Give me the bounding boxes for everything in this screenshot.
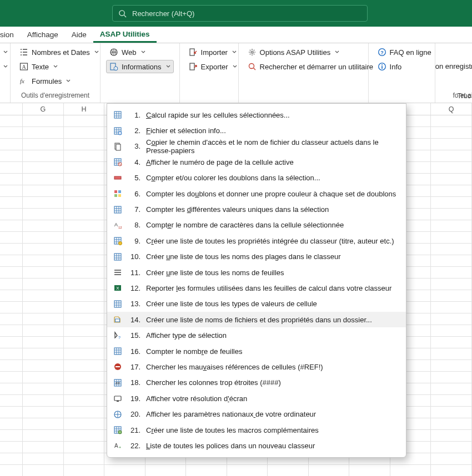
options-asap-button[interactable]: Options ASAP Utilities xyxy=(244,45,363,59)
menu-item[interactable]: A+22.Liste de toutes les polices dans un… xyxy=(107,438,406,453)
menu-item-icon: ? xyxy=(113,331,123,341)
text-button[interactable]: A Texte xyxy=(16,60,94,73)
title-bar: Rechercher (Alt+Q) xyxy=(0,0,472,27)
exporter-button[interactable]: Exporter xyxy=(185,60,233,73)
tab-aide[interactable]: Aide xyxy=(65,27,93,43)
menu-item-number: 3. xyxy=(128,142,140,150)
search-utility-button[interactable]: Rechercher et démarrer un utilitaire xyxy=(244,60,363,73)
menu-item-label: Compter les différentes valeurs uniques … xyxy=(146,205,398,214)
menu-item[interactable]: 9.Créer une liste de toutes les propriét… xyxy=(107,233,406,249)
menu-item-label: Créer une liste de tous les noms des pla… xyxy=(146,252,398,261)
menu-item[interactable]: 6.Compter les doublons et donner une pro… xyxy=(107,186,406,201)
search-box[interactable]: Rechercher (Alt+Q) xyxy=(112,5,368,22)
menu-item-label: Afficher le numéro de page de la cellule… xyxy=(146,158,398,166)
ribbon-group-options: Options ASAP Utilities Rechercher et dém… xyxy=(239,43,369,103)
chevron-down-icon xyxy=(335,50,339,54)
menu-item-icon xyxy=(113,409,123,419)
svg-rect-9 xyxy=(190,49,194,55)
menu-item-icon xyxy=(113,236,123,246)
edge-dropdown-2[interactable] xyxy=(1,60,9,73)
svg-rect-19 xyxy=(114,112,121,118)
menu-item[interactable]: 4.Afficher le numéro de page de la cellu… xyxy=(107,154,406,170)
chevron-down-icon xyxy=(53,64,58,69)
menu-item-label: Afficher votre résolution d'écran xyxy=(146,394,398,403)
menu-item-label: Reporter les formules utilisées dans les… xyxy=(146,284,398,292)
tab-asap-utilities[interactable]: ASAP Utilities xyxy=(93,27,157,43)
menu-item-number: 8. xyxy=(128,221,140,229)
svg-rect-42 xyxy=(116,319,120,322)
svg-point-0 xyxy=(119,10,124,15)
menu-item-number: 14. xyxy=(128,316,140,324)
info-button[interactable]: Info xyxy=(374,60,435,73)
svg-rect-24 xyxy=(116,144,120,150)
menu-item[interactable]: 1.Calcul rapide sur les cellules sélecti… xyxy=(107,107,406,123)
svg-rect-38 xyxy=(114,254,121,260)
menu-item[interactable]: ?15.Afficher type de sélection xyxy=(107,327,406,343)
fx-icon: fx xyxy=(19,77,28,85)
svg-rect-10 xyxy=(190,63,194,70)
menu-item[interactable]: 21.Créer une liste de toutes les macros … xyxy=(107,422,406,438)
svg-text:##: ## xyxy=(116,381,120,385)
menu-item[interactable]: 10.Créer une liste de tous les noms des … xyxy=(107,249,406,265)
question-icon: ? xyxy=(378,48,386,57)
svg-rect-28 xyxy=(114,176,121,179)
menu-item[interactable]: 17.Chercher les mauvaises références de … xyxy=(107,359,406,374)
menu-item[interactable]: 20.Afficher les paramètres nationaux de … xyxy=(107,406,406,422)
menu-item-label: Chercher les mauvaises références de cel… xyxy=(146,363,398,371)
menu-item-number: 22. xyxy=(128,442,140,450)
text-icon: A xyxy=(19,62,28,71)
menu-item-number: 12. xyxy=(128,284,140,292)
menu-item[interactable]: i2.Fichier et sélection info... xyxy=(107,123,406,138)
menu-item[interactable]: A128.Compter le nombre de caractères dan… xyxy=(107,217,406,233)
formulas-button[interactable]: fx Formules xyxy=(16,74,94,88)
menu-item[interactable]: 13.Créer une liste de tous les types de … xyxy=(107,296,406,312)
svg-rect-49 xyxy=(114,396,121,401)
menu-item-label: Calcul rapide sur les cellules sélection… xyxy=(146,111,398,119)
menu-item[interactable]: ##18.Chercher les colonnes trop étroites… xyxy=(107,375,406,391)
informations-button[interactable]: i Informations xyxy=(106,60,174,73)
tab-affichage[interactable]: Affichage xyxy=(21,27,65,43)
svg-point-12 xyxy=(249,64,254,69)
menu-item-icon: X xyxy=(113,283,123,293)
svg-point-37 xyxy=(119,242,122,245)
menu-item[interactable]: X12.Reporter les formules utilisées dans… xyxy=(107,280,406,296)
menu-item-number: 15. xyxy=(128,331,140,340)
tab-revision-cut[interactable]: sion xyxy=(0,27,21,43)
svg-text:i: i xyxy=(116,67,116,70)
faq-button[interactable]: ? FAQ en ligne xyxy=(374,45,435,59)
web-button[interactable]: Web xyxy=(106,45,174,59)
importer-button[interactable]: Importer xyxy=(185,45,233,59)
chevron-down-icon xyxy=(166,64,170,69)
menu-item[interactable]: 14.Créer une liste de noms de fichiers e… xyxy=(107,312,406,327)
ribbon: Nombres et Dates A Texte fx Formules Out… xyxy=(0,43,472,103)
gear-icon xyxy=(248,48,257,57)
menu-item[interactable]: 16.Compter le nombre de feuilles xyxy=(107,343,406,359)
svg-rect-32 xyxy=(118,194,121,197)
menu-item-number: 5. xyxy=(128,174,140,182)
info-circle-icon xyxy=(378,62,386,71)
menu-item-icon xyxy=(113,173,123,183)
menu-item[interactable]: 3.Copier le chemin d'accès et le nom de … xyxy=(107,139,406,154)
column-header[interactable]: Q xyxy=(431,103,472,115)
edge-dropdown-1[interactable] xyxy=(1,45,9,59)
menu-item-number: 18. xyxy=(128,378,140,387)
menu-item-icon xyxy=(113,252,123,262)
menu-item-icon xyxy=(113,205,123,215)
menu-item[interactable]: 11.Créer une liste de tous les noms de f… xyxy=(107,265,406,280)
menu-item[interactable]: 5.Compter et/ou colorer les doublons dan… xyxy=(107,170,406,186)
menu-item-number: 13. xyxy=(128,300,140,308)
column-header[interactable]: G xyxy=(23,103,64,115)
menu-item-number: 2. xyxy=(128,126,140,135)
menu-item-icon xyxy=(113,267,123,277)
svg-text:A: A xyxy=(22,64,26,70)
list-icon xyxy=(19,48,28,57)
svg-text:A: A xyxy=(114,443,118,449)
numbers-dates-button[interactable]: Nombres et Dates xyxy=(16,45,94,59)
column-header[interactable]: H xyxy=(64,103,105,115)
menu-item-icon: A12 xyxy=(113,220,123,230)
menu-item[interactable]: 7.Compter les différentes valeurs unique… xyxy=(107,201,406,217)
menu-item[interactable]: 19.Afficher votre résolution d'écran xyxy=(107,391,406,406)
menu-item-label: Fichier et sélection info... xyxy=(146,126,398,135)
overflow-line-1: on enregistrée xyxy=(435,62,472,70)
svg-rect-46 xyxy=(116,366,120,367)
